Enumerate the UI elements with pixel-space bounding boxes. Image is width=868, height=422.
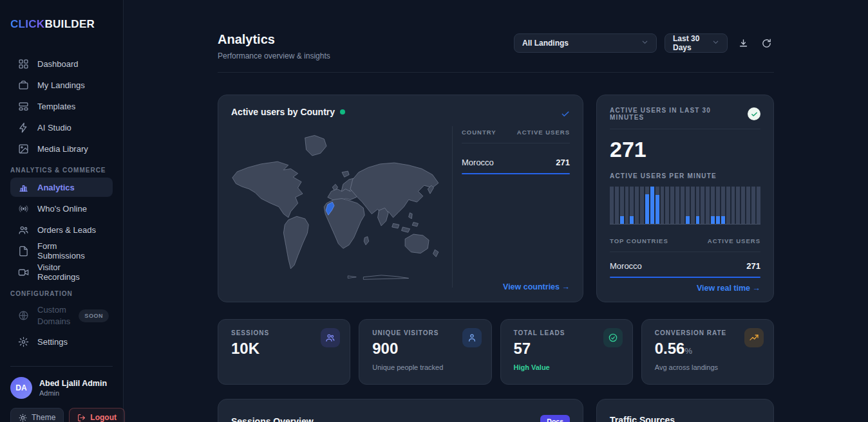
sidebar-item-label: Form Submissions (37, 241, 105, 261)
date-range-value: Last 30 Days (673, 34, 707, 52)
minute-bar (706, 187, 710, 224)
minute-bar (716, 187, 720, 224)
broadcast-icon (18, 203, 29, 214)
table-row: Morocco 271 (610, 252, 760, 278)
minute-bar (675, 187, 679, 224)
minute-bar (620, 187, 624, 224)
sidebar-item-settings[interactable]: Settings (10, 332, 113, 351)
minute-bar (630, 187, 634, 224)
stat-value: 57 (514, 340, 531, 357)
minute-bar (731, 187, 735, 224)
bar-chart-icon (18, 182, 29, 193)
sidebar-item-form-submissions[interactable]: Form Submissions (10, 241, 113, 261)
landing-filter-select[interactable]: All Landings (514, 33, 657, 53)
sidebar-item-label: Who's Online (37, 204, 87, 214)
view-real-time-link[interactable]: View real time → (697, 284, 760, 293)
minute-bar (670, 187, 674, 224)
view-countries-link[interactable]: View countries → (503, 282, 570, 291)
logout-button-label: Logout (90, 413, 117, 422)
visitor-person-icon (462, 328, 482, 347)
sidebar-item-my-landings[interactable]: My Landings (10, 75, 113, 95)
user-role: Admin (39, 389, 107, 397)
world-map[interactable] (231, 122, 446, 291)
sidebar-item-orders-leads[interactable]: Orders & Leads (10, 220, 113, 239)
minute-bar (681, 187, 684, 224)
sidebar-item-label: Custom Domains (37, 304, 70, 327)
image-icon (18, 143, 29, 154)
column-country: COUNTRY (462, 129, 496, 136)
brand-builder: BUILDER (44, 18, 95, 30)
page-header: Analytics Performance overview & insight… (218, 0, 774, 60)
table-row: Morocco 271 (462, 143, 570, 174)
stat-value: 900 (372, 340, 398, 357)
sidebar-item-label: Orders & Leads (37, 225, 96, 235)
docs-badge[interactable]: Docs (540, 415, 570, 422)
country-progress-bar (462, 173, 570, 174)
sidebar-item-label: Analytics (37, 183, 75, 192)
chevron-down-icon (712, 39, 719, 48)
avatar: DA (10, 377, 32, 399)
sidebar-item-visitor-recordings[interactable]: Visitor Recordings (10, 262, 113, 282)
sidebar-item-ai-studio[interactable]: AI Studio (10, 118, 113, 137)
sidebar-item-whos-online[interactable]: Who's Online (10, 199, 113, 218)
document-icon (18, 246, 29, 257)
stat-value: 0.56 (655, 340, 685, 357)
column-active-users: ACTIVE USERS (517, 129, 570, 136)
soon-badge: SOON (79, 309, 109, 322)
minute-bar (610, 187, 614, 224)
main-area: Analytics Performance overview & insight… (124, 0, 868, 422)
chevron-down-icon (641, 39, 648, 48)
sidebar-footer: DA Abed Ljalil Admin Admin Theme Logout (10, 353, 113, 422)
minute-bar (751, 187, 755, 224)
country-progress-bar (610, 277, 760, 278)
sidebar-item-custom-domains: Custom Domains SOON (10, 301, 113, 330)
country-table: COUNTRY ACTIVE USERS Morocco 271 View co… (462, 122, 570, 291)
sidebar-item-media-library[interactable]: Media Library (10, 139, 113, 158)
leads-check-circle-icon (603, 328, 623, 347)
sidebar-item-analytics[interactable]: Analytics (10, 178, 113, 197)
minute-bar (721, 187, 725, 224)
realtime-title: ACTIVE USERS IN LAST 30 MINUTES (610, 107, 748, 121)
page-subtitle: Performance overview & insights (218, 51, 330, 60)
gear-icon (18, 336, 29, 347)
stat-value: 10K (231, 340, 259, 357)
minute-bar (757, 187, 760, 224)
minute-bar (615, 187, 619, 224)
user-profile[interactable]: DA Abed Ljalil Admin Admin (10, 377, 113, 399)
sessions-overview-title: Sessions Overview (231, 416, 314, 422)
minute-bar (691, 187, 695, 224)
landing-filter-value: All Landings (522, 39, 569, 48)
vertical-divider (452, 126, 453, 288)
minute-bar (665, 187, 669, 224)
theme-button[interactable]: Theme (10, 408, 64, 422)
brand-logo: CLICKBUILDER (10, 18, 113, 31)
sessions-overview-card: Sessions Overview Docs (218, 399, 583, 422)
minute-bar (711, 187, 715, 224)
download-button[interactable] (735, 35, 751, 51)
stat-value-suffix: % (684, 346, 692, 356)
divider (610, 129, 760, 129)
sidebar-item-label: Dashboard (37, 59, 79, 69)
refresh-button[interactable] (759, 35, 774, 51)
sidebar-item-label: AI Studio (37, 123, 71, 133)
stat-card-unique-visitors: UNIQUE VISITORS 900 Unique people tracke… (359, 319, 491, 385)
stat-card-total-leads: TOTAL LEADS 57 High Value (500, 319, 633, 385)
date-range-select[interactable]: Last 30 Days (665, 33, 728, 53)
header-divider (218, 72, 774, 73)
sidebar-section-configuration: CONFIGURATION (10, 290, 113, 297)
column-top-countries: TOP COUNTRIES (610, 237, 668, 244)
sidebar-item-dashboard[interactable]: Dashboard (10, 54, 113, 73)
sun-icon (19, 414, 27, 422)
sidebar-item-label: Media Library (37, 144, 88, 154)
stats-row: SESSIONS 10K UNIQUE VISITORS 900 Unique … (218, 319, 774, 385)
sidebar-item-label: Templates (37, 102, 75, 111)
logout-button[interactable]: Logout (69, 408, 125, 422)
column-active-users: ACTIVE USERS (708, 237, 760, 244)
sidebar-nav: Dashboard My Landings Templates AI Studi… (10, 54, 113, 353)
sidebar-item-templates[interactable]: Templates (10, 96, 113, 116)
logout-icon (77, 414, 86, 422)
traffic-sources-title: Traffic Sources (610, 415, 675, 422)
country-card-title: Active users by Country (231, 107, 335, 117)
country-name: Morocco (610, 261, 642, 271)
stat-card-sessions: SESSIONS 10K (218, 319, 350, 385)
